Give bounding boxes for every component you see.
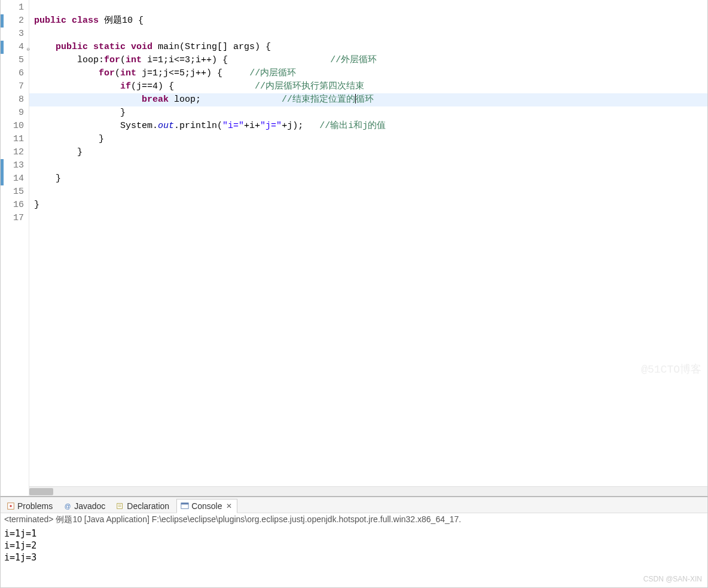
console-line: i=1j=2 [4,540,704,552]
code-body[interactable]: public class 例题10 { public static void m… [29,0,707,496]
tab-declaration[interactable]: Declaration [112,499,174,513]
line-number: 6 [1,67,24,80]
line-number: 11 [1,133,24,146]
javadoc-icon: @ [63,502,72,510]
code-line[interactable]: System.out.println("i="+i+"j="+j); //输出i… [34,120,707,133]
tab-javadoc-label: Javadoc [74,501,105,511]
line-number: 5 [1,54,24,67]
svg-rect-3 [117,503,123,508]
code-line[interactable] [34,28,707,41]
line-number: 12 [1,146,24,159]
horizontal-scrollbar[interactable] [29,486,707,496]
svg-text:@: @ [65,502,71,509]
code-line[interactable]: public static void main(String[] args) { [34,41,707,54]
line-number: 7 [1,80,24,93]
tab-problems-label: Problems [17,501,53,511]
code-line[interactable]: loop:for(int i=1;i<=3;i++) { //外层循环 [34,54,707,67]
problems-icon [7,502,15,510]
code-line[interactable]: } [34,199,707,212]
line-number: 17 [1,212,24,225]
code-line[interactable] [34,1,707,14]
console-output[interactable]: i=1j=1i=1j=2i=1j=3 [1,526,707,587]
code-line[interactable] [34,185,707,199]
code-line[interactable]: break loop; //结束指定位置的循环 [29,93,707,106]
declaration-icon [116,502,124,510]
code-line[interactable]: } [34,133,707,146]
tab-console-label: Console [191,501,222,511]
console-line: i=1j=1 [4,528,704,540]
line-number: 1 [1,1,24,14]
code-line[interactable]: for(int j=1;j<=5;j++) { //内层循环 [34,67,707,80]
line-number: 8 [1,93,24,106]
line-gutter: 1234⊖567891011121314151617 [1,0,29,496]
line-number: 13 [1,159,24,172]
console-line: i=1j=3 [4,552,704,563]
svg-point-1 [10,505,12,507]
line-number: 3 [1,28,24,41]
code-line[interactable]: } [34,106,707,120]
line-number: 4⊖ [1,41,24,54]
close-icon[interactable]: ✕ [226,502,232,510]
svg-rect-7 [181,503,188,505]
line-number: 14 [1,172,24,185]
code-line[interactable]: } [34,172,707,185]
code-line[interactable] [34,159,707,172]
code-line[interactable]: if(j==4) { //内层循环执行第四次结束 [34,80,707,93]
tab-console[interactable]: Console ✕ [176,499,237,513]
line-number: 15 [1,185,24,199]
line-number: 2 [1,14,24,28]
line-number: 16 [1,199,24,212]
editor-area: 1234⊖567891011121314151617 public class … [0,0,708,496]
console-icon [181,502,189,510]
code-line[interactable]: } [34,146,707,159]
bottom-tabs: Problems @ Javadoc Declaration Console ✕ [1,497,707,513]
console-launch-info: <terminated> 例题10 [Java Application] F:\… [1,513,707,526]
line-number: 9 [1,106,24,120]
line-number: 10 [1,120,24,133]
scrollbar-thumb[interactable] [29,488,53,495]
bottom-panel: Problems @ Javadoc Declaration Console ✕… [0,496,708,588]
code-line[interactable] [34,212,707,225]
tab-problems[interactable]: Problems [3,499,57,513]
tab-declaration-label: Declaration [127,501,169,511]
code-line[interactable]: public class 例题10 { [34,14,707,28]
tab-javadoc[interactable]: @ Javadoc [60,499,110,513]
